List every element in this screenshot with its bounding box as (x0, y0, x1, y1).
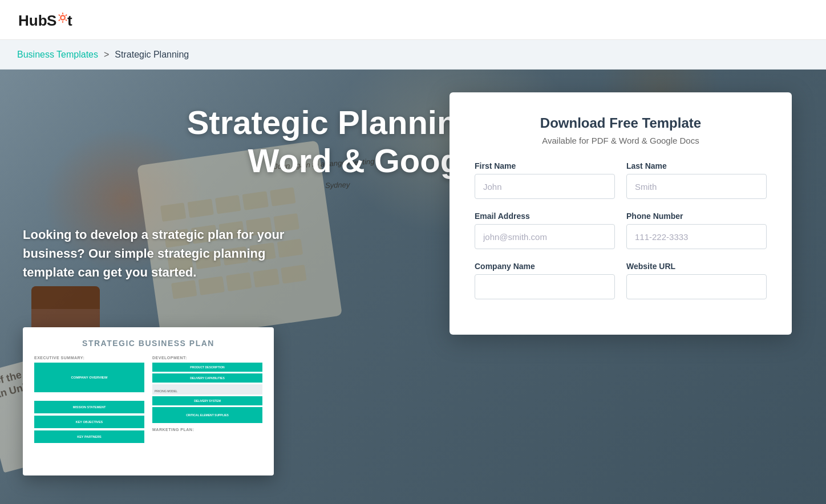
template-marketing-label: MARKETING PLAN: (152, 428, 262, 432)
email-input[interactable] (475, 224, 615, 249)
svg-line-8 (59, 20, 60, 21)
svg-text:t: t (67, 12, 72, 29)
template-dev-label: DEVELOPMENT: (152, 356, 262, 360)
svg-text:S: S (47, 12, 56, 29)
svg-point-3 (62, 16, 64, 19)
header: Hub S t (0, 0, 826, 40)
template-preview-title: STRATEGIC BUSINESS PLAN (34, 339, 262, 348)
form-phone-group: Phone Number (626, 212, 767, 249)
template-left-col: EXECUTIVE SUMMARY: COMPANY OVERVIEW MISS… (34, 356, 144, 445)
svg-line-5 (66, 15, 67, 15)
logo[interactable]: Hub S t (17, 9, 80, 31)
breadcrumb-strategic-planning: Strategic Planning (115, 50, 189, 60)
template-dev-item-2: DELIVERY CAPABILITIES (152, 373, 262, 383)
template-key-objectives-text: KEY OBJECTIVES (76, 420, 103, 424)
template-key-objectives: KEY OBJECTIVES (34, 416, 144, 428)
last-name-input[interactable] (626, 174, 767, 199)
form-first-name-group: First Name (475, 161, 615, 199)
hero-description: Looking to develop a strategic plan for … (23, 225, 319, 282)
form-title: Download Free Template (475, 115, 767, 131)
breadcrumb-separator: > (104, 50, 109, 60)
last-name-label: Last Name (626, 161, 767, 170)
phone-input[interactable] (626, 224, 767, 249)
breadcrumb: Business Templates > Strategic Planning (0, 40, 826, 70)
template-company-overview-text: COMPANY OVERVIEW (71, 375, 107, 380)
form-subtitle: Available for PDF & Word & Google Docs (475, 136, 767, 145)
form-website-group: Website URL (626, 262, 767, 299)
template-mission-text: MISSION STATEMENT (73, 405, 106, 409)
template-dev-pricing: PRICING MODEL (152, 384, 262, 395)
form-company-group: Company Name (475, 262, 615, 299)
breadcrumb-business-templates[interactable]: Business Templates (17, 50, 98, 60)
hero-section: CASHBOOK John again to arrange meeting S… (0, 70, 826, 504)
template-key-partners-text: KEY PARTNERS (77, 435, 102, 438)
form-contact-row: Email Address Phone Number (475, 212, 767, 249)
template-right-col: DEVELOPMENT: PRODUCT DESCRIPTION DELIVER… (152, 356, 262, 445)
company-label: Company Name (475, 262, 615, 271)
website-input[interactable] (626, 274, 767, 299)
form-last-name-group: Last Name (626, 161, 767, 199)
template-mission: MISSION STATEMENT (34, 401, 144, 413)
template-exec-summary-label: EXECUTIVE SUMMARY: (34, 356, 144, 360)
website-label: Website URL (626, 262, 767, 271)
template-key-partners: KEY PARTNERS (34, 430, 144, 443)
first-name-label: First Name (475, 161, 615, 170)
svg-line-9 (59, 15, 60, 15)
company-input[interactable] (475, 274, 615, 299)
template-dev-item-5: CRITICAL ELEMENT SUPPLIES (152, 407, 262, 423)
template-preview-card: STRATEGIC BUSINESS PLAN EXECUTIVE SUMMAR… (23, 327, 274, 475)
template-company-overview: COMPANY OVERVIEW (34, 363, 144, 392)
first-name-input[interactable] (475, 174, 615, 199)
phone-label: Phone Number (626, 212, 767, 221)
svg-text:Hub: Hub (18, 12, 47, 29)
form-card: Download Free Template Available for PDF… (450, 92, 792, 335)
template-dev-item-4: DELIVERY SYSTEM (152, 396, 262, 405)
svg-line-6 (66, 20, 67, 21)
template-dev-item-1: PRODUCT DESCRIPTION (152, 363, 262, 372)
email-label: Email Address (475, 212, 615, 221)
form-email-group: Email Address (475, 212, 615, 249)
form-company-row: Company Name Website URL (475, 262, 767, 299)
form-name-row: First Name Last Name (475, 161, 767, 199)
hubspot-logo-icon: Hub S t (17, 9, 80, 31)
